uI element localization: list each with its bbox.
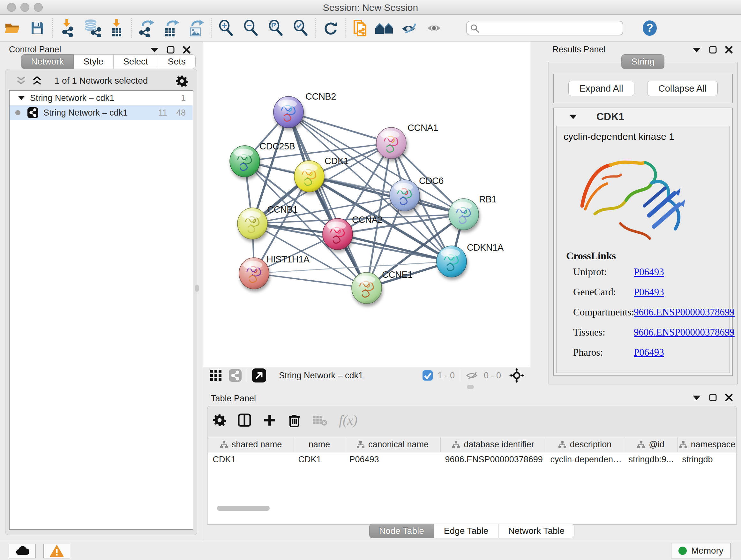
column-header-canonical-name[interactable]: canonical name: [345, 437, 441, 452]
crosslink-link[interactable]: 9606.ENSP00000378699: [634, 327, 735, 338]
copy-network-icon: [352, 19, 368, 37]
left-splitter-handle[interactable]: [195, 285, 199, 292]
crosslink-label: GeneCard:: [573, 287, 634, 298]
tab-style[interactable]: Style: [74, 54, 113, 69]
help-button[interactable]: ?: [637, 17, 662, 39]
horizontal-splitter-handle[interactable]: [467, 385, 474, 389]
hide-selected-button[interactable]: [397, 17, 422, 39]
network-graph[interactable]: CCNB2CCNA1CDC25BCDK1CDC6RB1CCNB1CCNA2CDK…: [203, 42, 530, 367]
panel-maximize-icon[interactable]: [709, 394, 717, 401]
show-columns-icon[interactable]: [238, 413, 252, 427]
column-header-namespace[interactable]: namespace: [678, 437, 736, 452]
tab-sets[interactable]: Sets: [158, 54, 196, 69]
import-network-button[interactable]: [55, 17, 79, 39]
tab-select[interactable]: Select: [113, 54, 158, 69]
panel-float-icon[interactable]: [150, 47, 158, 53]
table-cell[interactable]: CDK1: [294, 452, 345, 467]
node-CDC25B[interactable]: [230, 145, 260, 177]
network-view-mode-icon[interactable]: [229, 369, 242, 382]
show-all-button[interactable]: [422, 17, 447, 39]
crosslink-link[interactable]: P06493: [634, 266, 664, 278]
create-column-icon[interactable]: [263, 414, 276, 427]
tab-string[interactable]: String: [621, 54, 664, 69]
table-cell[interactable]: stringdb: [678, 452, 736, 467]
zoom-fit-button[interactable]: [263, 17, 288, 39]
delete-column-icon[interactable]: [288, 413, 300, 427]
export-network-button[interactable]: [134, 17, 159, 39]
import-network-from-database-button[interactable]: [79, 17, 105, 39]
panel-close-icon[interactable]: [725, 46, 733, 54]
column-header-name[interactable]: name: [294, 437, 345, 452]
node-CDK1[interactable]: [294, 161, 324, 192]
table-cell[interactable]: stringdb:9...: [624, 452, 678, 467]
panel-maximize-icon[interactable]: [709, 46, 717, 54]
node-CCNB2[interactable]: [273, 97, 304, 128]
table-options-gear-icon[interactable]: [213, 414, 226, 427]
gear-icon[interactable]: [176, 75, 188, 87]
zoom-in-button[interactable]: [213, 17, 239, 39]
column-header-shared-name[interactable]: shared name: [208, 437, 294, 452]
tree-expand-icon[interactable]: [18, 96, 25, 101]
panel-maximize-icon[interactable]: [167, 46, 175, 54]
table-horizontal-scrollbar[interactable]: [212, 506, 739, 511]
tab-edge-table[interactable]: Edge Table: [434, 523, 498, 538]
refresh-button[interactable]: [318, 17, 343, 39]
table-cell[interactable]: 9606.ENSP00000378699: [441, 452, 546, 467]
collapse-all-button[interactable]: Collapse All: [647, 81, 718, 96]
network-selection-status: 1 of 1 Network selected: [9, 76, 194, 86]
column-header-@id[interactable]: @id: [624, 437, 678, 452]
cloud-status-button[interactable]: [9, 544, 36, 558]
warnings-button[interactable]: [44, 544, 70, 558]
table-row[interactable]: CDK1CDK1P064939606.ENSP00000378699cyclin…: [208, 452, 736, 467]
crosslink-link[interactable]: P06493: [634, 287, 664, 298]
export-table-button[interactable]: [159, 17, 184, 39]
network-tree-row-selected[interactable]: String Network – cdk1 11 48: [10, 105, 193, 120]
save-icon: [30, 20, 45, 36]
table-cell[interactable]: CDK1: [208, 452, 294, 467]
node-CCNB1[interactable]: [238, 208, 267, 239]
edge-CCNB2-CCNA1[interactable]: [288, 112, 391, 143]
node-CCNA2[interactable]: [323, 219, 353, 250]
node-HIST1H1A[interactable]: [239, 258, 269, 289]
collapse-entry-icon[interactable]: [569, 114, 577, 119]
panel-close-icon[interactable]: [183, 46, 191, 54]
crosslink-link[interactable]: P06493: [634, 347, 664, 358]
panel-float-icon[interactable]: [692, 395, 701, 400]
node-result-header[interactable]: CDK1: [554, 108, 732, 125]
canvas-results-splitter[interactable]: [530, 42, 545, 384]
search-input[interactable]: [466, 21, 623, 36]
node-CCNA1[interactable]: [376, 127, 406, 159]
birds-eye-toggle-icon[interactable]: [252, 368, 266, 382]
open-session-button[interactable]: [0, 17, 25, 39]
selected-checkbox-icon[interactable]: [422, 370, 433, 381]
save-session-button[interactable]: [25, 17, 50, 39]
scrollbar-thumb[interactable]: [217, 506, 270, 511]
first-neighbors-button[interactable]: [373, 17, 397, 39]
duplicate-network-button[interactable]: [347, 17, 373, 39]
zoom-out-button[interactable]: [239, 17, 263, 39]
column-header-description[interactable]: description: [546, 437, 624, 452]
crosslink-link[interactable]: 9606.ENSP00000378699: [634, 307, 735, 318]
table-cell[interactable]: P06493: [345, 452, 441, 467]
panel-float-icon[interactable]: [692, 47, 701, 53]
grid-view-icon[interactable]: [210, 369, 222, 382]
zoom-selected-button[interactable]: [288, 17, 313, 39]
tab-network-table[interactable]: Network Table: [498, 523, 575, 538]
edge-HIST1H1A-CCNE1[interactable]: [254, 273, 367, 288]
tab-node-table[interactable]: Node Table: [369, 523, 434, 538]
node-CDC6[interactable]: [390, 180, 420, 211]
table-cell[interactable]: cyclin-dependent ...: [546, 452, 624, 467]
expand-all-button[interactable]: Expand All: [568, 81, 634, 96]
tab-network[interactable]: Network: [21, 54, 74, 69]
network-tree-root-row[interactable]: String Network – cdk1 1: [10, 91, 193, 105]
import-table-button[interactable]: [105, 17, 129, 39]
pan-crosshair-icon[interactable]: [509, 368, 524, 383]
column-header-database-identifier[interactable]: database identifier: [441, 437, 546, 452]
export-image-button[interactable]: [184, 17, 209, 39]
network-view-canvas[interactable]: CCNB2CCNA1CDC25BCDK1CDC6RB1CCNB1CCNA2CDK…: [203, 42, 530, 367]
node-CCNE1[interactable]: [352, 272, 382, 304]
node-CDKN1A[interactable]: [436, 246, 467, 277]
panel-close-icon[interactable]: [725, 394, 733, 401]
memory-button[interactable]: Memory: [671, 543, 731, 558]
node-RB1[interactable]: [449, 199, 479, 230]
